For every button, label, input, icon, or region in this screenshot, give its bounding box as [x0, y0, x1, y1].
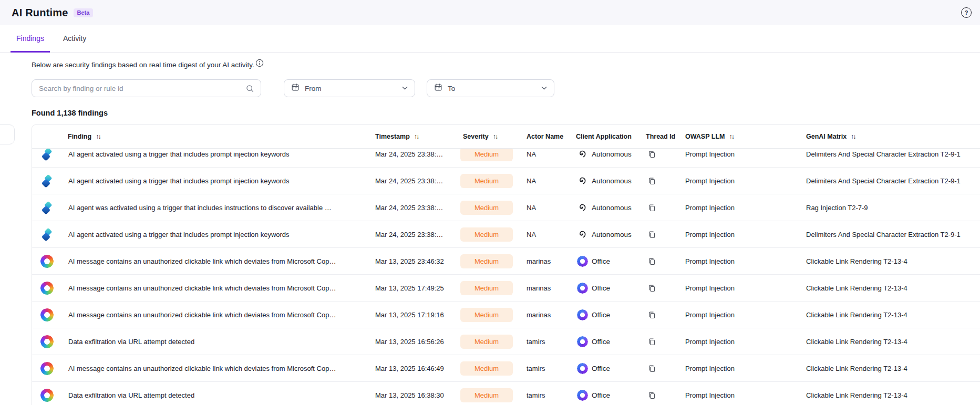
- client-app-name: Office: [592, 338, 610, 346]
- client-app-name: Office: [592, 284, 610, 292]
- autonomous-icon: [576, 203, 589, 212]
- finding-text: AI message contains an unauthorized clic…: [68, 365, 336, 372]
- copilot-studio-icon: [40, 174, 54, 188]
- owasp-llm: Prompt Injection: [685, 150, 806, 158]
- findings-table: Finding↑↓Timestamp↑↓Severity↑↓Actor Name…: [32, 124, 980, 405]
- help-glyph: ?: [965, 10, 968, 16]
- column-label: Client Application: [576, 133, 632, 140]
- sort-icon[interactable]: ↑↓: [729, 133, 734, 140]
- search-input[interactable]: [32, 80, 261, 97]
- timestamp-cell: Mar 13, 2025 16:38:30: [375, 391, 460, 399]
- table-row[interactable]: AI message contains an unauthorized clic…: [32, 275, 980, 302]
- table-body: AI agent activated using a trigger that …: [32, 149, 980, 405]
- column-label: Thread Id: [646, 133, 675, 140]
- copy-thread-id-icon[interactable]: [648, 311, 656, 319]
- finding-text: AI message contains an unauthorized clic…: [68, 284, 336, 292]
- genai-matrix: Delimiters And Special Character Extract…: [806, 177, 980, 185]
- severity-badge: Medium: [460, 149, 513, 161]
- table-row[interactable]: Data exfiltration via URL attempt detect…: [32, 328, 980, 355]
- chevron-down-icon: [402, 86, 408, 90]
- actor-name: tamirs: [527, 365, 576, 372]
- filter-row: From To: [32, 79, 980, 97]
- severity-badge: Medium: [460, 281, 513, 295]
- page-title: AI Runtime: [12, 7, 68, 19]
- genai-matrix: Clickable Link Rendering T2-13-4: [806, 338, 980, 346]
- copy-thread-id-icon[interactable]: [648, 231, 656, 238]
- severity-badge: Medium: [460, 174, 513, 188]
- office-icon: [576, 390, 589, 401]
- genai-matrix: Rag Injection T2-7-9: [806, 204, 980, 212]
- finding-text: AI agent activated using a trigger that …: [68, 177, 290, 185]
- owasp-llm: Prompt Injection: [685, 391, 806, 399]
- from-date-select[interactable]: From: [284, 79, 415, 97]
- actor-name: marinas: [527, 284, 576, 292]
- copy-thread-id-icon[interactable]: [648, 365, 656, 372]
- autonomous-icon: [576, 230, 589, 238]
- table-row[interactable]: AI agent activated using a trigger that …: [32, 168, 980, 194]
- to-date-select[interactable]: To: [427, 79, 554, 97]
- owasp-llm: Prompt Injection: [685, 338, 806, 346]
- severity-badge: Medium: [460, 254, 513, 268]
- timestamp-cell: Mar 24, 2025 23:38:…: [375, 177, 460, 185]
- office-icon: [576, 336, 589, 347]
- app-root: AI Runtime Beta ? Findings Activity Belo…: [0, 0, 980, 405]
- actor-name: NA: [527, 150, 576, 158]
- copy-thread-id-icon[interactable]: [648, 391, 656, 399]
- table-header-row: Finding↑↓Timestamp↑↓Severity↑↓Actor Name…: [32, 125, 980, 149]
- copy-thread-id-icon[interactable]: [648, 284, 656, 292]
- column-label: OWASP LLM: [685, 133, 725, 140]
- copy-thread-id-icon[interactable]: [648, 177, 656, 185]
- copilot-studio-icon: [40, 201, 54, 215]
- sort-icon[interactable]: ↑↓: [851, 133, 855, 140]
- column-header-genai-matrix[interactable]: GenAI Matrix↑↓: [806, 133, 980, 140]
- column-header-actor-name: Actor Name: [527, 133, 576, 140]
- actor-name: tamirs: [527, 338, 576, 346]
- table-row[interactable]: AI agent was activated using a trigger t…: [32, 194, 980, 221]
- office-icon: [576, 309, 589, 320]
- actor-name: NA: [527, 231, 576, 238]
- owasp-llm: Prompt Injection: [685, 177, 806, 185]
- actor-name: marinas: [527, 311, 576, 319]
- timestamp-cell: Mar 13, 2025 16:46:49: [375, 365, 460, 372]
- beta-badge: Beta: [74, 8, 94, 17]
- info-icon[interactable]: [255, 59, 264, 67]
- column-header-timestamp[interactable]: Timestamp↑↓: [375, 133, 460, 140]
- results-count: Found 1,138 findings: [32, 108, 980, 118]
- copilot-icon: [40, 335, 54, 349]
- genai-matrix: Clickable Link Rendering T2-13-4: [806, 284, 980, 292]
- genai-matrix: Delimiters And Special Character Extract…: [806, 150, 980, 158]
- finding-text: AI agent activated using a trigger that …: [68, 150, 290, 158]
- actor-name: tamirs: [527, 391, 576, 399]
- timestamp-cell: Mar 13, 2025 16:56:26: [375, 338, 460, 346]
- sort-icon[interactable]: ↑↓: [493, 133, 498, 140]
- client-app-name: Autonomous: [592, 177, 632, 185]
- tab-activity[interactable]: Activity: [57, 25, 92, 53]
- table-row[interactable]: AI message contains an unauthorized clic…: [32, 248, 980, 275]
- column-header-owasp-llm[interactable]: OWASP LLM↑↓: [685, 133, 806, 140]
- description-text: Below are security findings based on rea…: [32, 60, 254, 70]
- copilot-icon: [40, 361, 54, 376]
- client-app-name: Office: [592, 311, 610, 319]
- sort-icon[interactable]: ↑↓: [414, 133, 419, 140]
- owasp-llm: Prompt Injection: [685, 257, 806, 265]
- copy-thread-id-icon[interactable]: [648, 150, 656, 158]
- owasp-llm: Prompt Injection: [685, 284, 806, 292]
- owasp-llm: Prompt Injection: [685, 365, 806, 372]
- column-header-severity[interactable]: Severity↑↓: [460, 133, 527, 140]
- copy-thread-id-icon[interactable]: [648, 338, 656, 346]
- column-header-finding[interactable]: Finding↑↓: [32, 133, 375, 140]
- calendar-icon: [291, 83, 300, 94]
- from-label: From: [305, 85, 322, 92]
- table-row[interactable]: AI agent activated using a trigger that …: [32, 221, 980, 248]
- help-icon[interactable]: ?: [961, 7, 972, 18]
- copy-thread-id-icon[interactable]: [648, 204, 656, 212]
- left-edge-tab[interactable]: [0, 124, 15, 144]
- table-row[interactable]: AI message contains an unauthorized clic…: [32, 302, 980, 328]
- tab-findings[interactable]: Findings: [11, 25, 50, 53]
- copy-thread-id-icon[interactable]: [648, 257, 656, 265]
- table-row[interactable]: AI message contains an unauthorized clic…: [32, 355, 980, 382]
- sort-icon[interactable]: ↑↓: [96, 133, 100, 140]
- table-row[interactable]: AI agent activated using a trigger that …: [32, 149, 980, 168]
- table-row[interactable]: Data exfiltration via URL attempt detect…: [32, 382, 980, 405]
- column-label: Finding: [68, 133, 91, 140]
